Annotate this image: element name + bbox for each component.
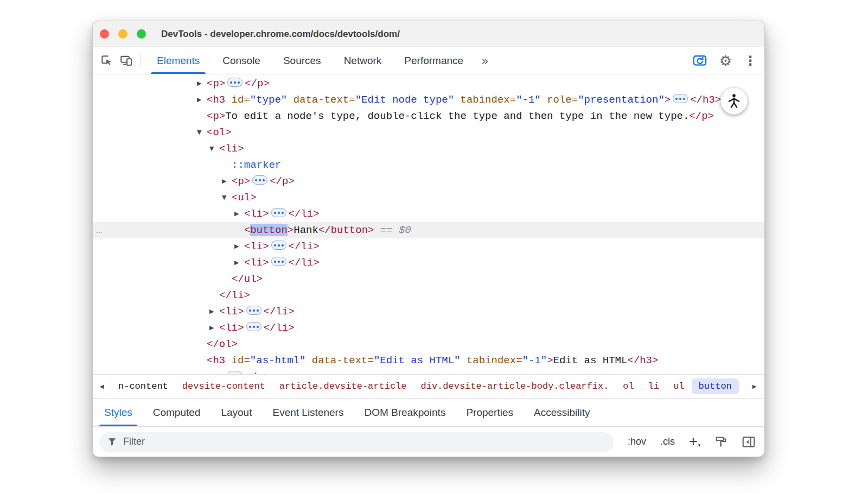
- breadcrumb-item-button[interactable]: button: [692, 378, 739, 394]
- breadcrumb-item-article-devsite-article[interactable]: article.devsite-article: [272, 378, 414, 394]
- dom-node[interactable]: </ul>: [93, 271, 764, 287]
- dom-node-selected[interactable]: …<button>Hank</button> == $0: [93, 222, 764, 238]
- sidebar-tab-styles[interactable]: Styles: [94, 399, 143, 426]
- sidebar-tab-accessibility[interactable]: Accessibility: [524, 399, 600, 426]
- breadcrumb-item-n-content[interactable]: n-content: [111, 378, 175, 394]
- expand-arrow-icon[interactable]: ▶: [197, 369, 207, 374]
- inline-expand-ellipsis-button[interactable]: [673, 94, 688, 103]
- inline-expand-ellipsis-button[interactable]: [246, 306, 261, 315]
- breadcrumb-item-ol[interactable]: ol: [616, 378, 641, 394]
- inline-expand-ellipsis-button[interactable]: [271, 257, 286, 266]
- dom-node[interactable]: ▶<p></p>: [93, 369, 764, 374]
- styles-filter-input[interactable]: [123, 436, 606, 447]
- token-tag: </li>: [289, 208, 320, 220]
- sidebar-tab-event-listeners[interactable]: Event Listeners: [262, 399, 354, 426]
- breadcrumb-scroll-right-button[interactable]: ▶: [744, 375, 764, 398]
- inline-expand-ellipsis-button[interactable]: [271, 208, 286, 217]
- chevron-left-icon: ◀: [100, 383, 104, 389]
- dom-node[interactable]: <h3 id="as-html" data-text="Edit as HTML…: [93, 352, 764, 369]
- dom-node[interactable]: ▼<ol>: [93, 124, 764, 141]
- sidebar-tab-computed[interactable]: Computed: [143, 399, 211, 426]
- expand-arrow-icon[interactable]: ▶: [234, 238, 244, 255]
- dom-node[interactable]: <p>To edit a node's type, double-click t…: [93, 108, 764, 124]
- dom-node[interactable]: ▶<li></li>: [93, 238, 764, 255]
- expand-arrow-icon[interactable]: ▶: [209, 320, 219, 336]
- token-txt: To edit a node's type, double-click the …: [225, 110, 689, 122]
- collapse-arrow-icon[interactable]: ▼: [209, 141, 219, 157]
- device-toolbar-icon[interactable]: [117, 47, 136, 74]
- token-tag: </button>: [318, 224, 374, 236]
- token-sel: button: [250, 224, 287, 236]
- new-style-rule-button[interactable]: + ▾: [689, 434, 700, 449]
- inspect-element-icon[interactable]: [97, 47, 117, 74]
- expand-arrow-icon[interactable]: ▶: [209, 304, 219, 320]
- tab-network[interactable]: Network: [333, 47, 393, 74]
- inline-expand-ellipsis-button[interactable]: [227, 371, 242, 374]
- breadcrumb-item-li[interactable]: li: [641, 378, 666, 394]
- expand-arrow-icon[interactable]: ▶: [197, 92, 207, 108]
- collapse-arrow-icon[interactable]: ▼: [197, 124, 207, 141]
- token-txt: Edit as HTML: [553, 355, 628, 366]
- close-window-button[interactable]: [100, 29, 109, 39]
- row-overflow-ellipsis[interactable]: …: [96, 222, 102, 238]
- devtools-window: DevTools - developer.chrome.com/docs/dev…: [92, 21, 765, 457]
- token-tag: <li>: [219, 322, 244, 334]
- token-tag: <h3: [207, 94, 225, 106]
- breadcrumb-item-div-devsite-article-body-clearfix[interactable]: div.devsite-article-body.clearfix.: [414, 378, 616, 394]
- zoom-window-button[interactable]: [137, 29, 146, 39]
- paint-roller-icon[interactable]: [714, 435, 727, 448]
- plus-icon: +: [689, 434, 698, 449]
- breadcrumb-item-devsite-content[interactable]: devsite-content: [175, 378, 272, 394]
- expand-arrow-icon[interactable]: ▶: [197, 75, 207, 92]
- dom-node[interactable]: ▶<h3 id="type" data-text="Edit node type…: [93, 92, 764, 108]
- toggle-element-state-button[interactable]: :hov: [628, 436, 646, 447]
- tab-console[interactable]: Console: [211, 47, 272, 74]
- tab-performance[interactable]: Performance: [393, 47, 475, 74]
- styles-panel-tabs: StylesComputedLayoutEvent ListenersDOM B…: [93, 398, 764, 426]
- dom-node[interactable]: ▶<li></li>: [93, 320, 764, 336]
- expand-arrow-icon[interactable]: ▶: [222, 173, 232, 189]
- dom-node[interactable]: ::marker: [93, 157, 764, 173]
- token-attr: data-text=: [305, 355, 373, 366]
- dom-node[interactable]: ▼<li>: [93, 141, 764, 157]
- sidebar-tab-properties[interactable]: Properties: [456, 399, 524, 426]
- expand-arrow-icon[interactable]: ▶: [234, 255, 244, 271]
- kebab-menu-icon[interactable]: ⋮: [744, 54, 757, 67]
- dom-node[interactable]: ▶<li></li>: [93, 304, 764, 320]
- inline-expand-ellipsis-button[interactable]: [227, 78, 242, 87]
- dom-node[interactable]: ▶<p></p>: [93, 75, 764, 92]
- token-tag: >: [288, 224, 293, 236]
- tab-sources[interactable]: Sources: [272, 47, 333, 74]
- breadcrumb-scroll-left-button[interactable]: ◀: [93, 375, 111, 398]
- breadcrumb-item-ul[interactable]: ul: [666, 378, 691, 394]
- more-panels-button[interactable]: »: [475, 47, 495, 74]
- tab-elements[interactable]: Elements: [145, 47, 211, 74]
- settings-gear-icon[interactable]: ⚙: [719, 54, 732, 68]
- toggle-sidebar-icon[interactable]: [742, 435, 756, 448]
- inline-expand-ellipsis-button[interactable]: [252, 175, 267, 185]
- screencast-toggle-icon[interactable]: [692, 54, 707, 67]
- element-classes-button[interactable]: .cls: [660, 436, 675, 447]
- inline-expand-ellipsis-button[interactable]: [246, 322, 261, 331]
- token-tag: </p>: [245, 78, 270, 90]
- minimize-window-button[interactable]: [118, 29, 127, 39]
- token-tag: </li>: [264, 322, 295, 334]
- collapse-arrow-icon[interactable]: ▼: [222, 189, 232, 206]
- dom-node[interactable]: </li>: [93, 287, 764, 304]
- dom-node[interactable]: ▼<ul>: [93, 189, 764, 206]
- accessibility-person-icon[interactable]: [720, 87, 748, 115]
- sidebar-tab-layout[interactable]: Layout: [210, 399, 262, 426]
- token-tag: <ul>: [232, 192, 257, 204]
- dom-node[interactable]: </ol>: [93, 336, 764, 352]
- token-tag: </h3>: [690, 94, 721, 106]
- styles-filter-bar: :hov .cls + ▾: [93, 426, 764, 457]
- sidebar-tab-dom-breakpoints[interactable]: DOM Breakpoints: [354, 399, 456, 426]
- dom-node[interactable]: ▶<p></p>: [93, 173, 764, 189]
- expand-arrow-icon[interactable]: ▶: [234, 206, 244, 222]
- inline-expand-ellipsis-button[interactable]: [271, 241, 286, 250]
- dom-node[interactable]: ▶<li></li>: [93, 206, 764, 222]
- devtools-toolbar: ElementsConsoleSourcesNetworkPerformance…: [93, 47, 764, 74]
- token-tag: </ul>: [232, 273, 263, 285]
- filter-field[interactable]: [99, 432, 614, 452]
- dom-node[interactable]: ▶<li></li>: [93, 255, 764, 271]
